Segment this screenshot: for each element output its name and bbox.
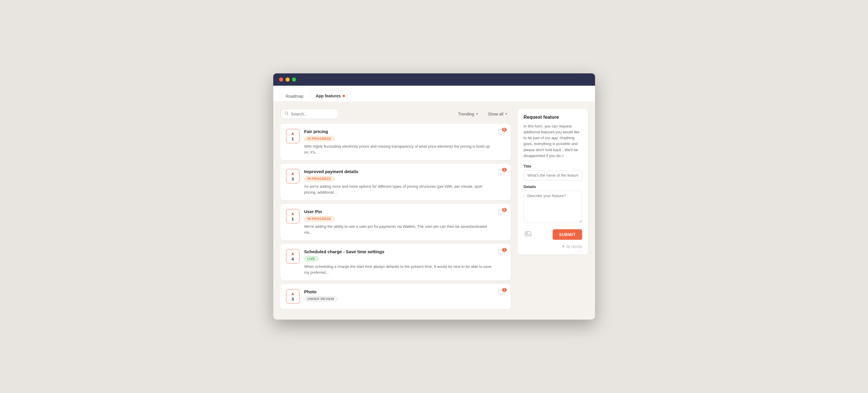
main-layout: Trending ▼ Show all ▼ ▲ 1 F	[273, 102, 595, 320]
submit-button[interactable]: SUBMIT	[553, 229, 582, 240]
card-content: Improved payment details IN PROGRESS As …	[304, 169, 493, 195]
card-right: 1	[498, 289, 505, 297]
title-input[interactable]	[524, 170, 582, 181]
vote-box[interactable]: ▲ 3	[286, 289, 300, 303]
search-input[interactable]	[291, 112, 334, 117]
trending-chevron-icon: ▼	[476, 112, 478, 116]
vote-count: 1	[291, 136, 294, 141]
vote-box[interactable]: ▲ 4	[286, 249, 300, 263]
comment-count: 0	[502, 128, 507, 132]
feature-card[interactable]: ▲ 1 Fair pricing IN PROGRESS With highly…	[280, 124, 511, 160]
vote-up-icon: ▲	[290, 211, 295, 216]
card-description: When scheduling a charge the start time …	[304, 264, 493, 275]
card-description: We're adding the ability to use a user-p…	[304, 224, 493, 235]
feature-card[interactable]: ▲ 3 Photo UNDER REVIEW 1	[280, 284, 511, 309]
search-box[interactable]	[280, 109, 339, 119]
active-indicator-dot	[343, 95, 345, 97]
card-right: 0	[498, 129, 505, 136]
vote-up-icon: ▲	[290, 291, 295, 296]
comment-button[interactable]: 0	[498, 209, 505, 217]
feature-list: ▲ 1 Fair pricing IN PROGRESS With highly…	[280, 124, 511, 309]
vote-count: 3	[291, 176, 294, 181]
comment-count: 1	[502, 288, 507, 292]
details-label: Details	[524, 185, 582, 189]
tab-roadmap[interactable]: Roadmap	[280, 91, 309, 101]
card-title: Photo	[304, 289, 493, 294]
vote-up-icon: ▲	[290, 251, 295, 256]
vote-count: 4	[291, 257, 294, 261]
right-panel: Request feature In this form, you can re…	[518, 109, 588, 313]
upvoty-credit: by Upvoty	[524, 244, 582, 249]
comment-button[interactable]: 1	[498, 249, 505, 257]
browser-toolbar	[273, 73, 595, 86]
left-panel: Trending ▼ Show all ▼ ▲ 1 F	[280, 109, 511, 313]
traffic-light-yellow[interactable]	[285, 77, 290, 81]
card-right: 1	[498, 249, 505, 257]
comment-button[interactable]: 1	[498, 289, 505, 297]
filter-controls: Trending ▼ Show all ▼	[455, 110, 510, 118]
vote-box[interactable]: ▲ 1	[286, 209, 300, 223]
comment-count: 0	[502, 208, 507, 212]
nav-tabs: Roadmap App features	[273, 86, 595, 102]
card-right: 1	[498, 169, 505, 176]
form-footer: SUBMIT	[524, 229, 582, 240]
traffic-light-red[interactable]	[279, 77, 283, 81]
card-description: With highly fluctuating electricity pric…	[304, 143, 493, 155]
show-all-chevron-icon: ▼	[505, 112, 508, 116]
comment-button[interactable]: 0	[498, 129, 505, 136]
request-feature-panel: Request feature In this form, you can re…	[518, 109, 588, 254]
feature-card[interactable]: ▲ 3 Improved payment details IN PROGRESS…	[280, 164, 511, 200]
vote-up-icon: ▲	[290, 131, 295, 136]
tab-app-features[interactable]: App features	[310, 90, 350, 102]
svg-line-1	[287, 114, 288, 115]
vote-count: 3	[291, 296, 294, 301]
vote-up-icon: ▲	[290, 171, 295, 176]
vote-box[interactable]: ▲ 1	[286, 129, 300, 143]
comment-button[interactable]: 1	[498, 169, 505, 176]
request-feature-title: Request feature	[524, 114, 582, 120]
card-content: Scheduled charge - Save time settings LI…	[304, 249, 493, 275]
status-badge: LIVE	[304, 256, 318, 261]
traffic-light-green[interactable]	[292, 77, 296, 81]
trending-button[interactable]: Trending ▼	[455, 110, 482, 118]
comment-count: 1	[502, 168, 507, 172]
status-badge: IN PROGRESS	[304, 216, 335, 221]
card-right: 0	[498, 209, 505, 217]
card-description: As we're adding more and more options fo…	[304, 184, 493, 195]
show-all-button[interactable]: Show all ▼	[485, 110, 511, 118]
card-title: Scheduled charge - Save time settings	[304, 249, 493, 254]
status-badge: IN PROGRESS	[304, 136, 335, 141]
feature-card[interactable]: ▲ 4 Scheduled charge - Save time setting…	[280, 244, 511, 281]
details-textarea[interactable]	[524, 191, 582, 223]
status-badge: IN PROGRESS	[304, 176, 335, 181]
search-icon	[285, 111, 289, 117]
title-label: Title	[524, 164, 582, 168]
card-title: Fair pricing	[304, 129, 493, 134]
status-badge: UNDER REVIEW	[304, 296, 338, 301]
card-title: User Pin	[304, 209, 493, 214]
filter-bar: Trending ▼ Show all ▼	[280, 109, 511, 119]
vote-count: 1	[291, 217, 294, 221]
card-content: Fair pricing IN PROGRESS With highly flu…	[304, 129, 493, 155]
comment-count: 1	[502, 248, 507, 252]
request-feature-description: In this form, you can request additional…	[524, 123, 582, 159]
card-content: Photo UNDER REVIEW	[304, 289, 493, 304]
card-content: User Pin IN PROGRESS We're adding the ab…	[304, 209, 493, 235]
card-title: Improved payment details	[304, 169, 493, 174]
feature-card[interactable]: ▲ 1 User Pin IN PROGRESS We're adding th…	[280, 204, 511, 240]
vote-box[interactable]: ▲ 3	[286, 169, 300, 183]
image-upload-button[interactable]	[524, 230, 532, 239]
